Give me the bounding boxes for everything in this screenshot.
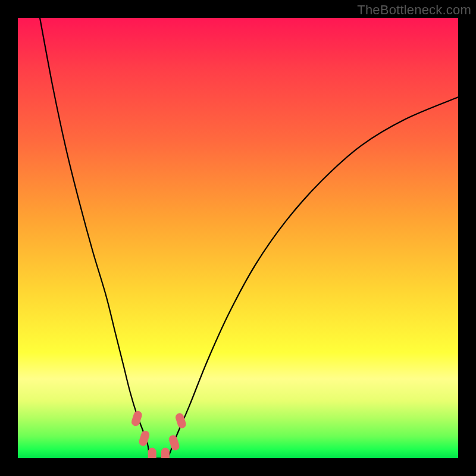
curve-marker	[168, 434, 180, 452]
curve-marker	[148, 448, 156, 458]
curve-marker	[161, 448, 170, 458]
bottleneck-curve	[40, 18, 458, 458]
watermark-text: TheBottleneck.com	[357, 2, 471, 18]
curve-markers	[130, 410, 187, 458]
chart-frame: TheBottleneck.com	[0, 0, 476, 476]
curve-svg	[18, 18, 458, 458]
plot-area	[18, 18, 458, 458]
curve-marker	[138, 430, 151, 447]
